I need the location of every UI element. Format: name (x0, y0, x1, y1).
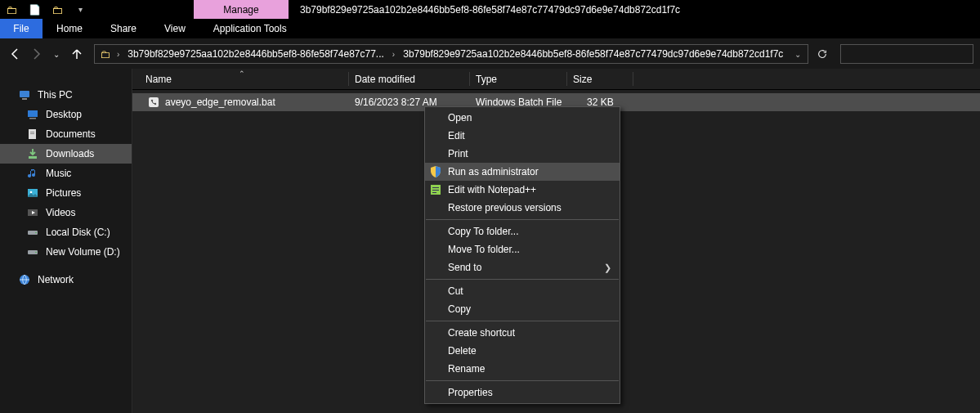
menu-home[interactable]: Home (43, 19, 96, 38)
ctx-label: Properties (448, 387, 493, 398)
ctx-run-as-administrator[interactable]: Run as administrator (425, 163, 620, 181)
ctx-label: Move To folder... (448, 244, 520, 255)
quick-access-toolbar: 🗀 📄 🗀 ▾ (0, 0, 92, 19)
sidebar-item-pictures[interactable]: Pictures (0, 183, 132, 203)
menu-file[interactable]: File (0, 19, 43, 38)
sidebar-item-documents[interactable]: Documents (0, 124, 132, 144)
shield-icon (428, 164, 443, 179)
ctx-properties[interactable]: Properties (425, 384, 620, 402)
column-header-size[interactable]: Size (573, 69, 592, 90)
column-headers: Name ⌃ Date modified Type Size (132, 69, 980, 90)
ctx-label: Create shortcut (448, 327, 515, 339)
ctx-label: Print (448, 148, 468, 159)
sidebar-item-new-volume-d[interactable]: New Volume (D:) (0, 242, 132, 262)
ctx-edit[interactable]: Edit (425, 127, 620, 145)
sidebar-item-label: Videos (46, 207, 75, 218)
column-header-name[interactable]: Name (145, 69, 172, 90)
sidebar-item-label: Network (38, 274, 74, 285)
qat-chevron-icon[interactable]: ▾ (69, 0, 92, 19)
ctx-separator (426, 321, 619, 321)
menu-item-label: View (164, 23, 186, 34)
search-input[interactable] (840, 44, 973, 64)
svg-rect-20 (432, 187, 439, 188)
ctx-label: Copy (448, 303, 471, 315)
menu-application-tools[interactable]: Application Tools (199, 19, 301, 38)
window-title: 3b79bf829e9725aa102b2e8446bb5ef8-86fe58f… (289, 0, 680, 19)
sidebar-item-videos[interactable]: Videos (0, 203, 132, 222)
ribbon-context-tab-manage[interactable]: Manage (194, 0, 289, 19)
ctx-cut[interactable]: Cut (425, 282, 620, 300)
drive-icon (26, 226, 39, 239)
ctx-edit-with-notepadpp[interactable]: Edit with Notepad++ (425, 181, 620, 199)
pc-icon (18, 88, 31, 101)
sidebar-item-label: New Volume (D:) (46, 246, 120, 258)
ctx-restore-previous-versions[interactable]: Restore previous versions (425, 199, 620, 217)
svg-point-14 (35, 252, 37, 254)
ctx-copy-to-folder[interactable]: Copy To folder... (425, 222, 620, 240)
column-separator[interactable] (348, 72, 349, 86)
sidebar-item-desktop[interactable]: Desktop (0, 105, 132, 124)
music-icon (26, 167, 39, 180)
ctx-label: Send to (448, 262, 481, 273)
ctx-label: Edit (448, 130, 465, 141)
ctx-create-shortcut[interactable]: Create shortcut (425, 324, 620, 342)
column-header-type[interactable]: Type (476, 69, 497, 90)
sidebar-item-label: Pictures (46, 187, 81, 199)
menu-bar: File Home Share View Application Tools (0, 19, 980, 39)
ctx-open[interactable]: Open (425, 109, 620, 127)
nav-recent-dropdown[interactable]: ⌄ (47, 44, 65, 64)
svg-rect-7 (29, 156, 37, 159)
ctx-move-to-folder[interactable]: Move To folder... (425, 240, 620, 258)
submenu-arrow-icon: ❯ (604, 263, 611, 273)
properties-icon[interactable]: 📄 (23, 0, 46, 19)
documents-icon (26, 128, 39, 141)
nav-forward-button[interactable] (27, 44, 44, 64)
sort-indicator-icon: ⌃ (239, 70, 245, 78)
menu-file-label: File (13, 23, 29, 34)
nav-up-button[interactable] (69, 44, 86, 64)
sidebar-item-this-pc[interactable]: This PC (0, 85, 132, 105)
svg-rect-21 (432, 190, 439, 191)
column-header-date[interactable]: Date modified (355, 69, 415, 90)
svg-rect-0 (20, 91, 29, 97)
breadcrumb-segment[interactable]: 3b79bf829e9725aa102b2e8446bb5ef8-86fe58f… (398, 45, 788, 63)
sidebar-item-downloads[interactable]: Downloads (0, 144, 132, 164)
sidebar-item-network[interactable]: Network (0, 270, 132, 290)
sidebar-item-label: Desktop (46, 109, 82, 120)
sidebar-item-local-disk-c[interactable]: Local Disk (C:) (0, 222, 132, 242)
column-label: Date modified (355, 74, 415, 85)
svg-rect-3 (29, 118, 36, 119)
sidebar-item-label: Downloads (46, 148, 94, 159)
menu-share[interactable]: Share (96, 19, 150, 38)
menu-item-label: Share (110, 23, 136, 34)
svg-rect-16 (149, 97, 159, 107)
new-folder-icon[interactable]: 🗀 (46, 0, 69, 19)
svg-rect-2 (28, 110, 38, 117)
breadcrumb-segment[interactable]: 3b79bf829e9725aa102b2e8446bb5ef8-86fe58f… (123, 45, 389, 63)
ctx-send-to[interactable]: Send to ❯ (425, 258, 620, 276)
folder-icon[interactable]: 🗀 (0, 0, 23, 19)
ribbon-context-tab-label: Manage (223, 4, 258, 16)
batch-file-icon (147, 96, 160, 109)
column-separator[interactable] (469, 72, 470, 86)
nav-pane: This PC Desktop Documents Downloads Musi… (0, 69, 132, 413)
notepadpp-icon (428, 182, 443, 197)
chevron-right-icon[interactable]: › (389, 50, 398, 59)
address-dropdown-icon[interactable]: ⌄ (788, 50, 808, 59)
column-separator[interactable] (633, 72, 633, 86)
sidebar-item-label: Documents (46, 128, 96, 140)
nav-back-button[interactable] (7, 44, 24, 64)
column-separator[interactable] (566, 72, 567, 86)
ctx-copy[interactable]: Copy (425, 300, 620, 318)
menu-view[interactable]: View (150, 19, 199, 38)
column-label: Name (145, 74, 172, 85)
sidebar-item-music[interactable]: Music (0, 164, 132, 183)
ctx-delete[interactable]: Delete (425, 342, 620, 360)
ctx-rename[interactable]: Rename (425, 360, 620, 378)
chevron-right-icon[interactable]: › (114, 50, 123, 59)
menu-item-label: Home (56, 23, 83, 34)
refresh-button[interactable] (812, 44, 832, 64)
ctx-print[interactable]: Print (425, 145, 620, 163)
svg-rect-6 (30, 133, 34, 134)
address-bar[interactable]: 🗀 › 3b79bf829e9725aa102b2e8446bb5ef8-86f… (94, 44, 808, 64)
